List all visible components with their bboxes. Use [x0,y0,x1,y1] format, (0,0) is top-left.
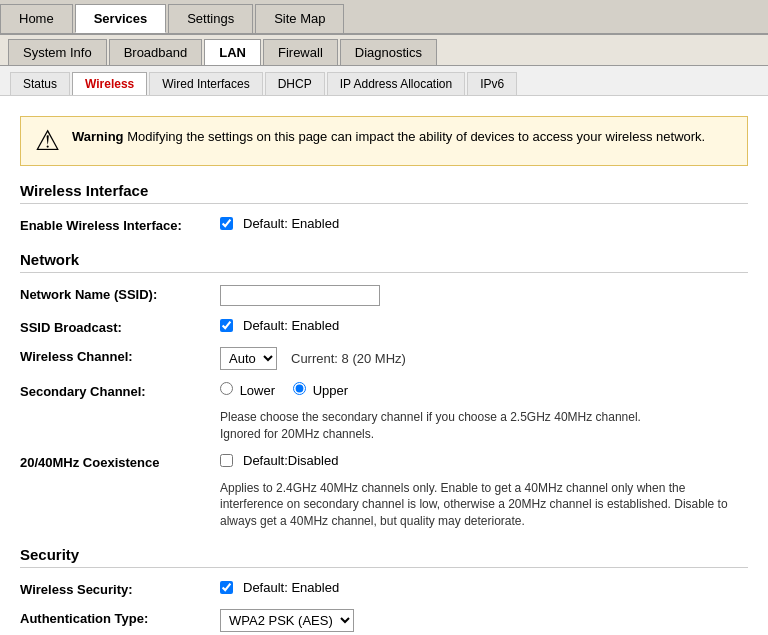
wireless-security-checkbox[interactable] [220,581,233,594]
secondary-channel-note: Please choose the secondary channel if y… [220,409,748,443]
wireless-channel-row: Wireless Channel: Auto Current: 8 (20 MH… [20,345,748,372]
auth-type-label: Authentication Type: [20,609,220,626]
main-content: ⚠ Warning Modifying the settings on this… [0,96,768,635]
wireless-security-text: Default: Enabled [243,580,339,595]
secondary-channel-upper-radio[interactable] [293,382,306,395]
coexistence-note: Applies to 2.4GHz 40MHz channels only. E… [220,480,748,530]
ssid-broadcast-value: Default: Enabled [220,318,748,333]
coexistence-label: 20/40MHz Coexistence [20,453,220,470]
enable-wireless-label: Enable Wireless Interface: [20,216,220,233]
enable-wireless-checkbox[interactable] [220,217,233,230]
tab-services[interactable]: Services [75,4,167,33]
warning-message: Modifying the settings on this page can … [127,129,705,144]
enable-wireless-text: Default: Enabled [243,216,339,231]
ssid-broadcast-checkbox[interactable] [220,319,233,332]
tab-wireless[interactable]: Wireless [72,72,147,95]
warning-box: ⚠ Warning Modifying the settings on this… [20,116,748,166]
wireless-security-label: Wireless Security: [20,580,220,597]
tab-settings[interactable]: Settings [168,4,253,33]
secondary-channel-value: Lower Upper [220,382,748,398]
ssid-broadcast-label: SSID Broadcast: [20,318,220,335]
wireless-channel-value: Auto Current: 8 (20 MHz) [220,347,748,370]
tab-broadband[interactable]: Broadband [109,39,203,65]
wireless-security-row: Wireless Security: Default: Enabled [20,578,748,599]
ssid-row: Network Name (SSID): [20,283,748,308]
wireless-interface-header: Wireless Interface [20,182,748,204]
tab-diagnostics[interactable]: Diagnostics [340,39,437,65]
security-header: Security [20,546,748,568]
auth-type-row: Authentication Type: WPA2 PSK (AES) [20,607,748,634]
tab-lan[interactable]: LAN [204,39,261,65]
ssid-value [220,285,748,306]
tab-ip-address-allocation[interactable]: IP Address Allocation [327,72,466,95]
network-header: Network [20,251,748,273]
ssid-label: Network Name (SSID): [20,285,220,302]
ssid-broadcast-text: Default: Enabled [243,318,339,333]
secondary-channel-lower-label: Lower [220,382,275,398]
auth-type-value: WPA2 PSK (AES) [220,609,748,632]
wireless-channel-select[interactable]: Auto [220,347,277,370]
secondary-channel-label: Secondary Channel: [20,382,220,399]
wireless-channel-label: Wireless Channel: [20,347,220,364]
secondary-channel-upper-label: Upper [293,382,348,398]
secondary-channel-lower-text: Lower [240,383,275,398]
wireless-security-value: Default: Enabled [220,580,748,595]
secondary-channel-upper-text: Upper [313,383,348,398]
ssid-broadcast-row: SSID Broadcast: Default: Enabled [20,316,748,337]
wireless-channel-current: Current: 8 (20 MHz) [291,351,406,366]
tab-home[interactable]: Home [0,4,73,33]
third-nav: Status Wireless Wired Interfaces DHCP IP… [0,66,768,96]
tab-status[interactable]: Status [10,72,70,95]
tab-firewall[interactable]: Firewall [263,39,338,65]
second-nav: System Info Broadband LAN Firewall Diagn… [0,35,768,66]
warning-text: Warning Modifying the settings on this p… [72,127,705,147]
secondary-channel-row: Secondary Channel: Lower Upper [20,380,748,401]
coexistence-checkbox[interactable] [220,454,233,467]
auth-type-select[interactable]: WPA2 PSK (AES) [220,609,354,632]
coexistence-text: Default:Disabled [243,453,338,468]
secondary-channel-lower-radio[interactable] [220,382,233,395]
tab-dhcp[interactable]: DHCP [265,72,325,95]
tab-sitemap[interactable]: Site Map [255,4,344,33]
top-nav: Home Services Settings Site Map [0,0,768,35]
tab-sysinfo[interactable]: System Info [8,39,107,65]
coexistence-row: 20/40MHz Coexistence Default:Disabled [20,451,748,472]
enable-wireless-value: Default: Enabled [220,216,748,231]
warning-icon: ⚠ [35,127,60,155]
coexistence-value: Default:Disabled [220,453,748,468]
warning-bold: Warning [72,129,124,144]
tab-ipv6[interactable]: IPv6 [467,72,517,95]
tab-wired-interfaces[interactable]: Wired Interfaces [149,72,262,95]
enable-wireless-row: Enable Wireless Interface: Default: Enab… [20,214,748,235]
ssid-input[interactable] [220,285,380,306]
